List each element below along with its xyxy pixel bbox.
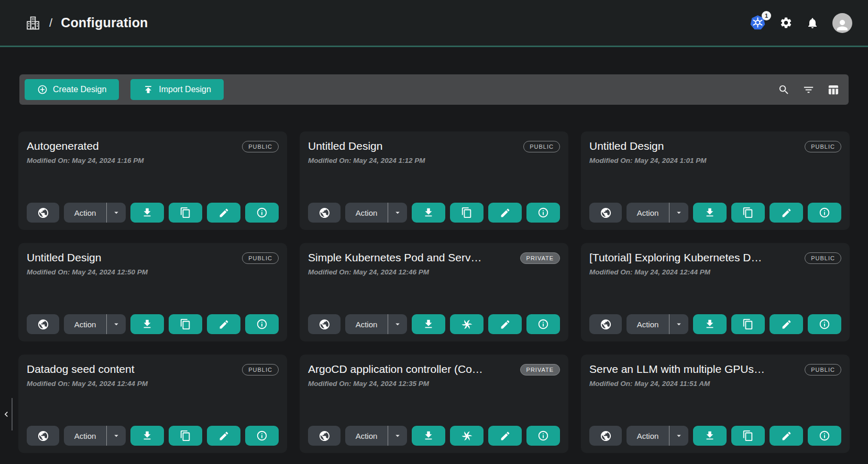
info-icon [537, 207, 549, 218]
action-dropdown-toggle[interactable] [106, 203, 126, 223]
card-header: Datadog seed content PUBLIC [27, 363, 279, 375]
clone-button[interactable] [169, 426, 202, 446]
info-button[interactable] [808, 203, 841, 223]
design-card[interactable]: Autogenerated PUBLIC Modified On: May 24… [18, 131, 287, 230]
info-icon [256, 207, 268, 218]
info-button[interactable] [808, 314, 841, 334]
action-button[interactable]: Action [64, 314, 106, 334]
clone-button[interactable] [450, 314, 484, 334]
card-header: Untitled Design PUBLIC [308, 140, 560, 152]
organization-building-icon[interactable] [25, 15, 41, 31]
design-card[interactable]: Datadog seed content PUBLIC Modified On:… [18, 355, 287, 453]
info-button[interactable] [245, 314, 279, 334]
action-button[interactable]: Action [345, 314, 388, 334]
download-button[interactable] [412, 314, 445, 334]
user-avatar[interactable] [832, 13, 852, 33]
card-actions: Action [308, 426, 560, 446]
download-button[interactable] [130, 426, 164, 446]
download-button[interactable] [130, 314, 164, 334]
edit-button[interactable] [488, 314, 522, 334]
download-button[interactable] [693, 314, 727, 334]
clone-button[interactable] [731, 203, 765, 223]
design-card[interactable]: Untitled Design PUBLIC Modified On: May … [581, 131, 850, 230]
import-design-button[interactable]: Import Design [130, 79, 224, 100]
notifications-button[interactable] [806, 17, 819, 29]
card-title: Untitled Design [308, 140, 382, 152]
action-button[interactable]: Action [345, 426, 388, 446]
visibility-globe-button[interactable] [308, 426, 340, 446]
edit-button[interactable] [770, 314, 803, 334]
action-button[interactable]: Action [64, 426, 106, 446]
visibility-globe-button[interactable] [27, 314, 59, 334]
edit-button[interactable] [488, 203, 522, 223]
card-title: Autogenerated [27, 140, 99, 152]
info-button[interactable] [526, 426, 560, 446]
info-button[interactable] [526, 203, 560, 223]
settings-button[interactable] [779, 16, 793, 29]
clone-button[interactable] [169, 314, 202, 334]
search-button[interactable] [778, 84, 790, 96]
action-split-button: Action [345, 314, 407, 334]
clone-button[interactable] [731, 314, 765, 334]
info-button[interactable] [245, 203, 279, 223]
card-title: ArgoCD application controller (Co… [308, 363, 483, 375]
copy-icon [742, 207, 754, 218]
visibility-globe-button[interactable] [589, 426, 622, 446]
context-count-badge: 1 [762, 11, 771, 20]
info-button[interactable] [526, 314, 560, 334]
action-dropdown-toggle[interactable] [388, 426, 407, 446]
action-dropdown-toggle[interactable] [106, 314, 126, 334]
edit-button[interactable] [770, 203, 803, 223]
action-button[interactable]: Action [627, 203, 669, 223]
edit-button[interactable] [207, 426, 240, 446]
design-card[interactable]: Simple Kubernetes Pod and Serv… PRIVATE … [300, 243, 568, 341]
info-icon [819, 318, 830, 330]
download-button[interactable] [693, 426, 727, 446]
info-button[interactable] [245, 426, 279, 446]
action-button[interactable]: Action [345, 203, 388, 223]
design-card[interactable]: Untitled Design PUBLIC Modified On: May … [18, 243, 287, 341]
design-card[interactable]: Untitled Design PUBLIC Modified On: May … [300, 131, 568, 230]
edit-button[interactable] [488, 426, 522, 446]
visibility-globe-button[interactable] [589, 203, 622, 223]
table-view-button[interactable] [827, 84, 839, 96]
filter-button[interactable] [803, 84, 815, 96]
edit-button[interactable] [207, 314, 240, 334]
download-button[interactable] [412, 203, 445, 223]
edit-button[interactable] [770, 426, 803, 446]
create-design-button[interactable]: Create Design [25, 79, 119, 100]
kubernetes-context-button[interactable]: 1 [750, 15, 766, 31]
action-dropdown-toggle[interactable] [669, 203, 688, 223]
visibility-globe-button[interactable] [589, 314, 622, 334]
action-dropdown-toggle[interactable] [669, 314, 688, 334]
clone-button[interactable] [731, 426, 765, 446]
info-icon [256, 318, 268, 330]
design-card[interactable]: ArgoCD application controller (Co… PRIVA… [300, 355, 568, 453]
action-split-button: Action [627, 314, 688, 334]
globe-icon [318, 207, 331, 219]
visibility-globe-button[interactable] [308, 314, 340, 334]
download-button[interactable] [130, 203, 164, 223]
design-card[interactable]: [Tutorial] Exploring Kubernetes D… PUBLI… [581, 243, 850, 341]
swirl-design-icon [461, 430, 473, 442]
card-header: ArgoCD application controller (Co… PRIVA… [308, 363, 560, 375]
design-card[interactable]: Serve an LLM with multiple GPUs… PUBLIC … [581, 355, 850, 453]
action-button[interactable]: Action [627, 314, 669, 334]
action-dropdown-toggle[interactable] [106, 426, 126, 446]
action-dropdown-toggle[interactable] [388, 203, 407, 223]
visibility-globe-button[interactable] [27, 426, 59, 446]
download-button[interactable] [693, 203, 727, 223]
clone-button[interactable] [169, 203, 202, 223]
visibility-globe-button[interactable] [308, 203, 340, 223]
action-dropdown-toggle[interactable] [669, 426, 688, 446]
sidebar-collapse-handle[interactable] [1, 398, 13, 430]
clone-button[interactable] [450, 426, 484, 446]
action-button[interactable]: Action [627, 426, 669, 446]
download-button[interactable] [412, 426, 445, 446]
action-dropdown-toggle[interactable] [388, 314, 407, 334]
edit-button[interactable] [207, 203, 240, 223]
visibility-globe-button[interactable] [27, 203, 59, 223]
action-button[interactable]: Action [64, 203, 106, 223]
clone-button[interactable] [450, 203, 484, 223]
info-button[interactable] [808, 426, 841, 446]
